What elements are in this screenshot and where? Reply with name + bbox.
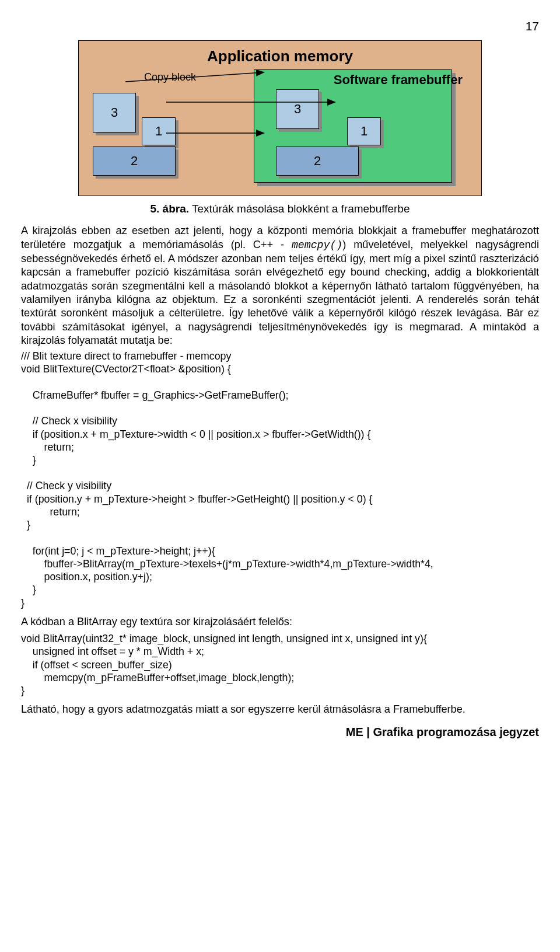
memcpy-inline: memcpy() bbox=[292, 239, 342, 251]
page-number: 17 bbox=[21, 19, 539, 34]
mid-paragraph: A kódban a BlitArray egy textúra sor kir… bbox=[21, 615, 539, 629]
caption-text: Textúrák másolása blokként a framebuffer… bbox=[189, 203, 410, 215]
dest-block-2: 2 bbox=[276, 147, 359, 176]
footer-paragraph: Látható, hogy a gyors adatmozgatás miatt… bbox=[21, 703, 539, 716]
code-block-2: void BlitArray(uint32_t* image_block, un… bbox=[21, 632, 539, 697]
code-block-1: /// Blit texture direct to framebuffer -… bbox=[21, 350, 539, 609]
dest-block-3: 3 bbox=[276, 89, 319, 129]
source-block-2: 2 bbox=[93, 147, 176, 176]
para-part2: ) műveletével, melyekkel nagyságrendi se… bbox=[21, 239, 539, 346]
caption-number: 5. ábra. bbox=[150, 203, 190, 215]
source-block-3: 3 bbox=[93, 93, 136, 132]
application-memory-diagram: Application memory Copy block 3 1 2 bbox=[78, 40, 482, 196]
figure-caption: 5. ábra. Textúrák másolása blokként a fr… bbox=[21, 202, 539, 216]
dest-block-1: 1 bbox=[347, 117, 381, 145]
source-block-1: 1 bbox=[142, 117, 176, 145]
diagram-container: Application memory Copy block 3 1 2 bbox=[21, 40, 539, 196]
body-paragraph: A kirajzolás ebben az esetben azt jelent… bbox=[21, 224, 539, 347]
diagram-title: Application memory bbox=[90, 46, 470, 69]
copy-block-label: Copy block bbox=[144, 71, 196, 84]
framebuffer-title: Software framebuffer bbox=[254, 72, 463, 88]
page-footer: ME | Grafika programozása jegyzet bbox=[21, 725, 539, 740]
